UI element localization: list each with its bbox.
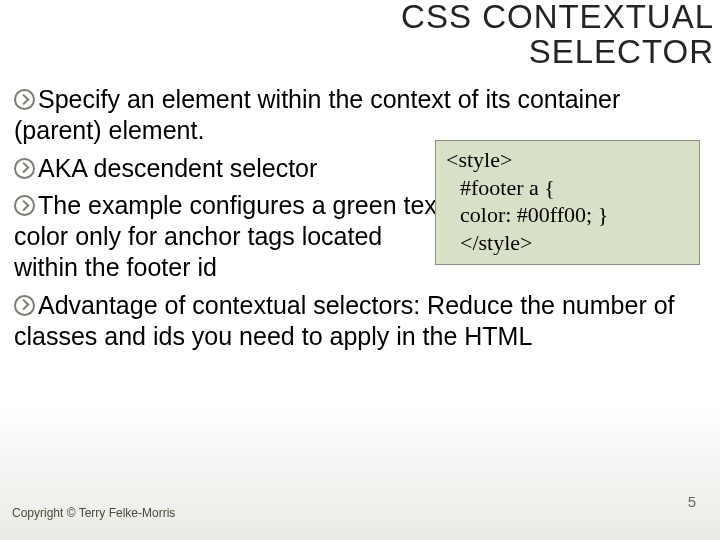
bullet-3-text: The example configures a green text colo… [14,191,444,282]
code-example: <style> #footer a { color: #00ff00; } </… [435,140,700,265]
slide-title: CSS CONTEXTUAL SELECTOR [401,0,714,69]
code-line-2: #footer a { [446,174,689,202]
arrow-circle-icon [14,195,35,216]
copyright-text: Copyright © Terry Felke-Morris [12,506,175,520]
bullet-4: Advantage of contextual selectors: Reduc… [14,290,704,353]
code-line-4: </style> [446,229,689,257]
bullet-1-text: Specify an element within the context of… [14,85,620,144]
bullet-2: AKA descendent selector [14,153,414,184]
title-line-1: CSS CONTEXTUAL [401,0,714,35]
title-line-2: SELECTOR [401,35,714,70]
code-line-1: <style> [446,146,689,174]
code-line-3: color: #00ff00; } [446,201,689,229]
page-number: 5 [688,493,696,510]
bullet-4-text: Advantage of contextual selectors: Reduc… [14,291,675,350]
bullet-2-text: AKA descendent selector [38,154,317,182]
bullet-3: The example configures a green text colo… [14,190,444,284]
arrow-circle-icon [14,295,35,316]
arrow-circle-icon [14,89,35,110]
bullet-1: Specify an element within the context of… [14,84,704,147]
arrow-circle-icon [14,158,35,179]
